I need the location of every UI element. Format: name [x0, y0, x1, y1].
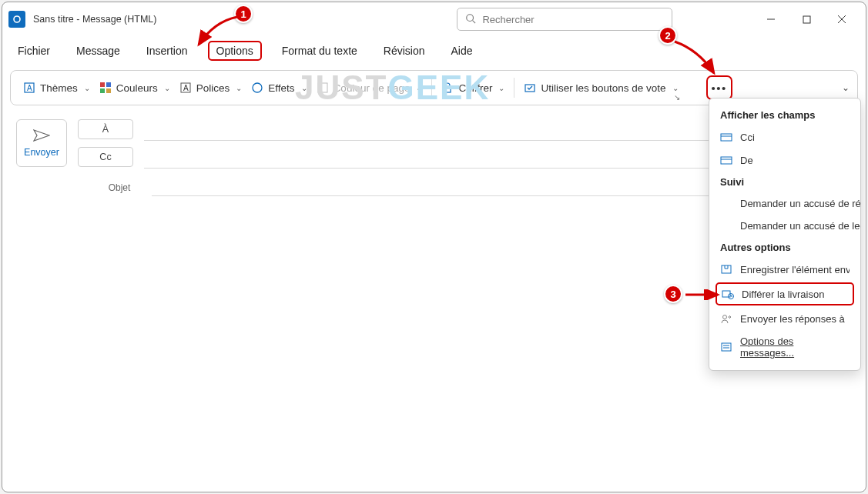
- window-controls: [753, 7, 860, 32]
- window-title: Sans titre - Message (HTML): [33, 14, 156, 25]
- svg-point-29: [723, 315, 727, 319]
- search-placeholder: Rechercher: [482, 14, 534, 25]
- bcc-icon: [720, 131, 732, 143]
- subject-label: Objet: [87, 182, 152, 193]
- chevron-down-icon: ⌄: [236, 84, 242, 92]
- search-box[interactable]: Rechercher: [457, 8, 672, 31]
- dd-item-accuse-lecture[interactable]: Demander un accusé de lecture: [709, 215, 860, 237]
- dd-item-accuse-reception[interactable]: Demander un accusé de réception: [709, 192, 860, 215]
- to-button[interactable]: À: [78, 119, 133, 139]
- svg-line-3: [473, 20, 476, 23]
- maximize-button[interactable]: [789, 7, 824, 32]
- svg-rect-11: [106, 82, 111, 87]
- separator: [431, 78, 432, 98]
- dd-item-options-messages[interactable]: Options des messages...: [709, 330, 860, 364]
- annotation-badge-2: 2: [659, 26, 677, 45]
- ribbon-couleur-page[interactable]: Couleur de page⌄: [312, 82, 427, 94]
- chevron-down-icon: ⌄: [164, 84, 170, 92]
- annotation-badge-3: 3: [664, 285, 682, 303]
- ellipsis-icon: •••: [711, 82, 726, 95]
- separator: [514, 78, 514, 98]
- lock-icon: [441, 82, 454, 94]
- close-button[interactable]: [824, 7, 860, 32]
- menu-tabs: Fichier Message Insertion Options Format…: [2, 36, 866, 65]
- dd-header-fields: Afficher les champs: [709, 105, 860, 125]
- tab-revision[interactable]: Révision: [377, 42, 431, 60]
- message-options-icon: [720, 341, 732, 353]
- save-to-icon: [720, 263, 732, 275]
- tab-format[interactable]: Format du texte: [276, 42, 364, 60]
- themes-icon: A: [23, 82, 35, 94]
- reply-to-icon: [720, 312, 732, 325]
- dd-header-suivi: Suivi: [709, 172, 860, 192]
- tab-options[interactable]: Options: [208, 41, 262, 61]
- chevron-down-icon: ⌄: [672, 84, 679, 92]
- svg-point-16: [253, 83, 262, 92]
- dialog-launcher[interactable]: ↘: [674, 93, 680, 102]
- dd-item-envoyer-reponses[interactable]: Envoyer les réponses à: [709, 307, 860, 330]
- send-icon: [33, 129, 50, 144]
- chevron-down-icon: ⌄: [301, 84, 307, 92]
- ribbon-effets[interactable]: Effets⌄: [246, 82, 311, 94]
- vote-icon: [524, 82, 536, 94]
- annotation-badge-1: 1: [234, 5, 253, 23]
- outlook-icon: [8, 11, 25, 28]
- tab-insertion[interactable]: Insertion: [140, 42, 194, 60]
- tab-fichier[interactable]: Fichier: [12, 42, 56, 60]
- tab-aide[interactable]: Aide: [445, 42, 479, 60]
- colors-icon: [99, 82, 112, 94]
- minimize-button[interactable]: [753, 7, 789, 32]
- delay-delivery-icon: [722, 288, 734, 300]
- svg-point-2: [467, 14, 474, 21]
- ribbon-overflow-button[interactable]: •••: [706, 75, 732, 100]
- ribbon-themes[interactable]: A Thèmes⌄: [18, 82, 95, 94]
- svg-rect-18: [444, 87, 451, 92]
- search-icon: [465, 13, 476, 26]
- overflow-dropdown: Afficher les champs Cci De Suivi Demande…: [709, 98, 861, 371]
- ribbon-chiffrer[interactable]: Chiffrer⌄: [437, 82, 509, 94]
- from-icon: [720, 154, 732, 166]
- tab-message[interactable]: Message: [70, 42, 126, 60]
- svg-rect-12: [100, 88, 105, 93]
- svg-rect-0: [12, 14, 22, 25]
- titlebar: Sans titre - Message (HTML) Rechercher: [2, 2, 866, 36]
- svg-rect-30: [722, 343, 731, 351]
- chevron-down-icon: ⌄: [498, 84, 504, 92]
- svg-rect-5: [803, 16, 810, 23]
- fonts-icon: A: [179, 82, 192, 94]
- svg-rect-20: [721, 134, 732, 141]
- ribbon-couleurs[interactable]: Couleurs⌄: [95, 82, 175, 94]
- ribbon-polices[interactable]: A Polices⌄: [175, 82, 247, 94]
- outlook-window: Sans titre - Message (HTML) Rechercher F…: [2, 2, 866, 492]
- svg-rect-24: [722, 265, 731, 273]
- cc-button[interactable]: Cc: [78, 147, 133, 167]
- send-button[interactable]: Envoyer: [16, 119, 67, 167]
- chevron-down-icon: ⌄: [84, 84, 90, 92]
- dd-header-autres: Autres options: [709, 237, 860, 258]
- svg-rect-17: [318, 83, 327, 92]
- address-buttons: À Cc: [78, 119, 133, 175]
- svg-text:A: A: [27, 84, 32, 92]
- ribbon-vote[interactable]: Utiliser les boutons de vote⌄: [519, 82, 682, 94]
- svg-text:A: A: [183, 84, 189, 92]
- effects-icon: [251, 82, 263, 94]
- dd-item-differer-livraison[interactable]: Différer la livraison: [716, 282, 854, 305]
- dd-item-cci[interactable]: Cci: [709, 125, 860, 149]
- svg-rect-10: [100, 82, 105, 87]
- svg-rect-22: [721, 157, 732, 164]
- ribbon-collapse-chevron[interactable]: ⌄: [842, 82, 850, 93]
- chevron-down-icon: ⌄: [416, 84, 422, 92]
- page-color-icon: [317, 82, 329, 94]
- svg-rect-13: [106, 88, 111, 93]
- dd-item-enregistrer[interactable]: Enregistrer l'élément envoyé dans: [709, 258, 860, 281]
- dd-item-de[interactable]: De: [709, 149, 860, 172]
